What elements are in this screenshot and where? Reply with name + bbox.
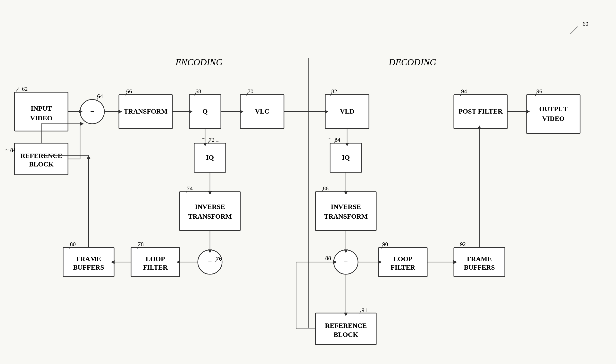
inv-transform-enc-block <box>180 192 240 231</box>
frame-buffers-dec-label: FRAME <box>467 255 492 262</box>
diagram-container: 60 ENCODING DECODING INPUT VIDEO 62 REFE… <box>0 0 616 364</box>
num-66: 66 <box>126 88 132 94</box>
inv-transform-enc-label: INVERSE <box>195 203 225 210</box>
figure-number: 60 <box>582 21 588 27</box>
frame-buffers-enc-label2: BUFFERS <box>73 263 104 271</box>
ref-block-dec-label2: BLOCK <box>333 331 358 338</box>
num-81: 81 <box>10 147 16 153</box>
adder-dec-label: + <box>344 258 348 265</box>
input-video-label2: VIDEO <box>30 114 52 122</box>
decoding-label: DECODING <box>389 57 436 67</box>
num-74: 74 <box>187 185 193 192</box>
num-68: 68 <box>195 88 201 94</box>
inv-transform-enc-label2: TRANSFORM <box>188 213 232 220</box>
num-70: 70 <box>248 88 253 94</box>
loop-filter-enc-label2: FILTER <box>143 263 168 271</box>
tilde-81: ~ <box>5 147 9 153</box>
adder-enc-label: + <box>208 258 212 265</box>
tilde-91: ~ <box>362 306 365 312</box>
num-88: 88 <box>325 255 331 261</box>
num-90: 90 <box>382 241 388 247</box>
loop-filter-enc-label: LOOP <box>146 255 165 262</box>
num-86: 86 <box>323 185 329 192</box>
num-80: 80 <box>70 241 76 247</box>
subtractor-label: − <box>90 107 94 115</box>
num-62: 62 <box>22 86 28 92</box>
transform-label: TRANSFORM <box>124 107 168 115</box>
iq-dec-label: IQ <box>342 154 350 161</box>
ref-block-enc-label2: BLOCK <box>29 160 53 168</box>
vlc-label: VLC <box>255 107 269 115</box>
input-video-label: INPUT <box>31 104 52 112</box>
tilde-mark-72: ~ <box>216 139 219 144</box>
output-video-block <box>527 95 580 133</box>
vld-label: VLD <box>340 107 354 115</box>
iq-enc-label: IQ <box>206 154 214 161</box>
num-72: 72 <box>209 137 215 143</box>
ref-block-dec-label: REFERENCE <box>325 322 367 329</box>
num-94: 94 <box>461 88 467 94</box>
ref-block-enc-label: REFERENCE <box>20 152 62 159</box>
loop-filter-dec-label: LOOP <box>393 255 412 262</box>
num-92: 92 <box>460 241 466 247</box>
frame-buffers-enc-label: FRAME <box>76 255 101 262</box>
tilde-72: ~ <box>202 135 205 142</box>
num-76: 76 <box>216 256 222 262</box>
loop-filter-dec-label2: FILTER <box>391 263 415 271</box>
num-82: 82 <box>331 88 337 94</box>
num-78: 78 <box>138 241 144 247</box>
inv-transform-dec-label2: TRANSFORM <box>324 213 368 220</box>
output-video-label2: VIDEO <box>542 115 564 122</box>
inv-transform-dec-label: INVERSE <box>331 203 361 210</box>
frame-buffers-dec-label2: BUFFERS <box>464 263 495 271</box>
q-enc-label: Q <box>202 107 208 115</box>
tilde-84: ~ <box>328 135 331 142</box>
num-84: 84 <box>334 137 340 143</box>
inv-transform-dec-block <box>315 192 376 231</box>
output-video-label: OUTPUT <box>539 105 568 113</box>
encoding-label: ENCODING <box>175 57 223 67</box>
post-filter-label: POST FILTER <box>459 107 503 115</box>
num-96: 96 <box>536 88 542 94</box>
